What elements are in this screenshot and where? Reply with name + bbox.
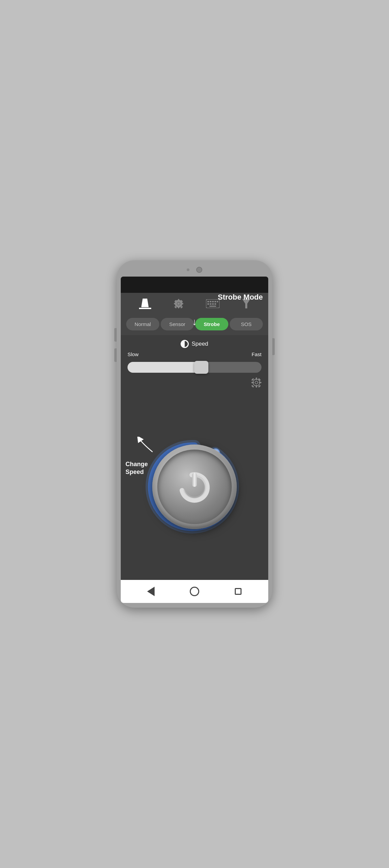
nav-flashlight-icon[interactable]: [139, 299, 151, 309]
tab-sos[interactable]: SOS: [230, 318, 263, 330]
speed-slider-container: [128, 360, 261, 375]
flashlight-body: [141, 299, 149, 307]
speaker-dot: [187, 268, 189, 271]
svg-rect-21: [210, 303, 211, 305]
svg-rect-16: [210, 301, 211, 302]
svg-rect-17: [212, 301, 214, 302]
status-bar: [121, 277, 268, 293]
svg-rect-30: [259, 382, 261, 383]
svg-rect-7: [174, 303, 176, 304]
svg-rect-22: [212, 303, 214, 305]
mode-tabs: Normal Sensor Strobe SOS: [121, 314, 268, 335]
svg-point-13: [177, 302, 180, 305]
gear-icon: [174, 299, 183, 308]
volume-down-button[interactable]: [114, 348, 117, 362]
tab-strobe[interactable]: Strobe: [195, 318, 228, 330]
power-symbol: [178, 470, 211, 504]
slider-track[interactable]: [128, 362, 261, 373]
gear-settings-icon: [251, 377, 261, 388]
svg-rect-8: [181, 303, 183, 304]
svg-rect-5: [178, 299, 179, 301]
slider-thumb[interactable]: [194, 361, 208, 374]
power-area: [121, 393, 268, 580]
svg-rect-20: [207, 303, 209, 305]
svg-rect-18: [214, 301, 216, 302]
speed-section: Speed Slow Fast: [121, 335, 268, 393]
svg-rect-23: [214, 303, 216, 305]
svg-point-36: [255, 382, 257, 384]
svg-rect-39: [192, 473, 197, 487]
power-side-button[interactable]: [272, 338, 275, 355]
phone-screen: Strobe Mode: [121, 277, 268, 603]
svg-rect-6: [178, 306, 179, 308]
nav-keyboard-icon[interactable]: [206, 299, 220, 308]
front-camera: [196, 267, 202, 273]
svg-rect-24: [209, 306, 216, 307]
recent-button[interactable]: [231, 584, 246, 599]
recent-square-icon: [235, 588, 242, 595]
bottom-nav: [121, 580, 268, 603]
power-button[interactable]: [152, 444, 237, 529]
flashlight-base: [139, 308, 151, 309]
back-button[interactable]: [143, 584, 158, 599]
top-nav: [121, 293, 268, 314]
back-triangle-icon: [147, 587, 155, 596]
speed-label: Speed: [191, 341, 208, 347]
keyboard-icon: [206, 299, 220, 308]
home-button[interactable]: [187, 584, 202, 599]
tab-sensor[interactable]: Sensor: [161, 318, 194, 330]
power-icon: [178, 470, 211, 504]
filter-icon: [242, 299, 250, 308]
slow-label: Slow: [128, 351, 139, 357]
svg-rect-19: [217, 301, 218, 302]
speed-circle-icon: [181, 340, 189, 348]
phone-device: Strobe Mode: [117, 260, 272, 608]
tab-normal[interactable]: Normal: [126, 318, 159, 330]
power-button-inner: [157, 450, 232, 524]
svg-rect-29: [251, 382, 254, 383]
fast-label: Fast: [252, 351, 261, 357]
nav-filter-icon[interactable]: [242, 299, 250, 308]
svg-rect-33: [251, 385, 254, 388]
home-circle-icon: [190, 587, 199, 596]
nav-settings-icon[interactable]: [174, 299, 183, 308]
svg-marker-25: [242, 299, 250, 308]
speed-circle-half: [182, 341, 185, 347]
svg-rect-15: [207, 301, 209, 302]
speed-header: Speed: [128, 340, 261, 348]
slider-fill: [128, 362, 201, 373]
settings-gear-icon[interactable]: [251, 377, 261, 390]
svg-rect-27: [256, 377, 257, 380]
phone-top-bar: [121, 265, 268, 275]
volume-up-button[interactable]: [114, 328, 117, 342]
flashlight-symbol: [139, 299, 151, 309]
svg-rect-28: [256, 385, 257, 388]
speed-range-labels: Slow Fast: [128, 351, 261, 357]
